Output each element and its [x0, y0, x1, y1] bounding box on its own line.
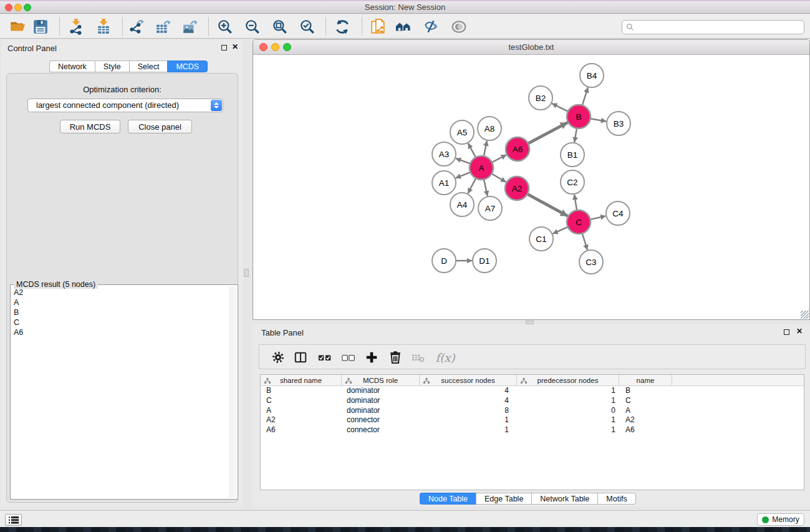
- node-A7[interactable]: A7: [478, 196, 502, 220]
- node-A6[interactable]: A6: [506, 137, 529, 161]
- node-A8[interactable]: A8: [478, 117, 501, 140]
- tab-style[interactable]: Style: [95, 60, 129, 72]
- edge-A2-C[interactable]: [528, 194, 568, 216]
- edge-B-B4[interactable]: [582, 87, 588, 105]
- zoom-in-button[interactable]: [215, 17, 235, 37]
- dropdown-stepper-icon[interactable]: [211, 100, 222, 111]
- function-builder-button[interactable]: f(x): [433, 349, 458, 366]
- result-item[interactable]: B: [12, 307, 228, 317]
- node-C1[interactable]: C1: [529, 227, 553, 251]
- edge-C-C2[interactable]: [574, 195, 577, 210]
- memory-button[interactable]: Memory: [757, 513, 804, 526]
- column-header-successor-nodes[interactable]: successor nodes: [420, 375, 517, 385]
- column-header-predecessor-nodes[interactable]: predecessor nodes: [517, 375, 619, 385]
- zoom-fit-button[interactable]: [270, 17, 290, 37]
- tab-node-table[interactable]: Node Table: [420, 493, 476, 505]
- node-B[interactable]: B: [567, 105, 591, 128]
- apply-layout-button[interactable]: [332, 17, 352, 37]
- search-field[interactable]: [622, 20, 804, 34]
- zoom-selected-button[interactable]: [297, 17, 317, 37]
- select-all-button[interactable]: [316, 349, 334, 366]
- node-D[interactable]: D: [432, 249, 456, 273]
- edge-C-C3[interactable]: [582, 233, 587, 250]
- show-all-button[interactable]: [449, 17, 469, 37]
- tab-mcds[interactable]: MCDS: [167, 60, 208, 72]
- node-C[interactable]: C: [567, 210, 591, 234]
- node-B2[interactable]: B2: [529, 86, 552, 110]
- import-table-button[interactable]: [94, 17, 113, 37]
- node-D1[interactable]: D1: [473, 249, 496, 273]
- column-header-shared-name[interactable]: shared name: [261, 375, 342, 385]
- export-network-button[interactable]: [127, 17, 147, 37]
- node-A3[interactable]: A3: [432, 142, 456, 166]
- result-list-scrollbar[interactable]: [229, 286, 236, 498]
- task-history-button[interactable]: [5, 514, 22, 526]
- delete-table-button[interactable]: [410, 349, 427, 366]
- edge-B-B3[interactable]: [591, 118, 607, 121]
- edge-A-A4[interactable]: [468, 178, 476, 193]
- export-image-button[interactable]: [180, 17, 200, 37]
- criterion-dropdown[interactable]: largest connected component (directed): [27, 99, 223, 112]
- close-panel-button[interactable]: Close panel: [128, 120, 192, 133]
- edge-B-B2[interactable]: [552, 104, 568, 112]
- node-A4[interactable]: A4: [450, 193, 474, 216]
- open-session-button[interactable]: [7, 17, 27, 37]
- delete-column-button[interactable]: [387, 349, 404, 366]
- hide-selected-button[interactable]: [421, 17, 441, 37]
- column-header-MCDS-role[interactable]: MCDS role: [342, 375, 420, 385]
- tab-network[interactable]: Network: [49, 60, 95, 72]
- edge-C-C1[interactable]: [552, 227, 567, 234]
- network-window-titlebar[interactable]: testGlobe.txt: [253, 40, 809, 55]
- node-C2[interactable]: C2: [561, 170, 584, 194]
- node-B4[interactable]: B4: [580, 64, 604, 87]
- tab-motifs[interactable]: Motifs: [597, 493, 635, 505]
- save-session-button[interactable]: [31, 17, 51, 37]
- show-column-button[interactable]: [292, 349, 309, 366]
- edge-A-A6[interactable]: [492, 155, 506, 162]
- edge-A-A8[interactable]: [484, 141, 487, 157]
- edge-A6-B[interactable]: [528, 122, 568, 143]
- tab-select[interactable]: Select: [129, 60, 168, 72]
- table-row[interactable]: Bdominator41B: [261, 386, 804, 396]
- table-settings-button[interactable]: [269, 349, 287, 366]
- tab-network-table[interactable]: Network Table: [531, 493, 597, 505]
- edge-A-A7[interactable]: [484, 180, 488, 196]
- edge-A-A2[interactable]: [491, 174, 506, 182]
- result-item[interactable]: C: [12, 317, 228, 327]
- result-item[interactable]: A2: [12, 288, 228, 297]
- node-C3[interactable]: C3: [579, 250, 603, 274]
- float-table-panel-icon[interactable]: [784, 329, 789, 335]
- edge-B-B1[interactable]: [574, 128, 577, 143]
- new-network-from-selection-button[interactable]: [368, 17, 388, 37]
- import-network-button[interactable]: [66, 17, 86, 37]
- node-C4[interactable]: C4: [606, 201, 630, 225]
- edge-C-C4[interactable]: [591, 216, 606, 220]
- close-table-panel-icon[interactable]: ✕: [796, 327, 803, 336]
- table-row[interactable]: A6connector11A6: [261, 425, 804, 435]
- export-table-button[interactable]: [153, 17, 173, 37]
- create-column-button[interactable]: [363, 349, 380, 366]
- column-header-name[interactable]: name: [619, 375, 672, 385]
- resize-grip-icon[interactable]: [801, 311, 809, 319]
- close-panel-icon[interactable]: ✕: [232, 42, 238, 51]
- vertical-split-handle[interactable]: [244, 269, 249, 277]
- edge-A-A5[interactable]: [468, 143, 476, 158]
- node-B1[interactable]: B1: [561, 143, 584, 167]
- search-input[interactable]: [637, 22, 804, 33]
- zoom-out-button[interactable]: [243, 17, 263, 37]
- node-A1[interactable]: A1: [432, 171, 456, 195]
- first-neighbors-button[interactable]: [393, 17, 413, 37]
- run-mcds-button[interactable]: Run MCDS: [60, 120, 120, 133]
- table-row[interactable]: Adominator80A: [261, 406, 804, 416]
- node-table[interactable]: shared nameMCDS rolesuccessor nodesprede…: [260, 374, 804, 490]
- table-row[interactable]: A2connector11A2: [261, 415, 804, 425]
- result-item[interactable]: A: [12, 297, 228, 307]
- node-B3[interactable]: B3: [607, 112, 630, 135]
- float-panel-icon[interactable]: [221, 45, 227, 51]
- tab-edge-table[interactable]: Edge Table: [476, 493, 531, 505]
- node-A[interactable]: A: [470, 156, 493, 180]
- deselect-all-button[interactable]: [340, 349, 357, 366]
- result-item[interactable]: A6: [12, 327, 228, 337]
- edge-A-A1[interactable]: [456, 172, 471, 178]
- node-A2[interactable]: A2: [505, 177, 529, 200]
